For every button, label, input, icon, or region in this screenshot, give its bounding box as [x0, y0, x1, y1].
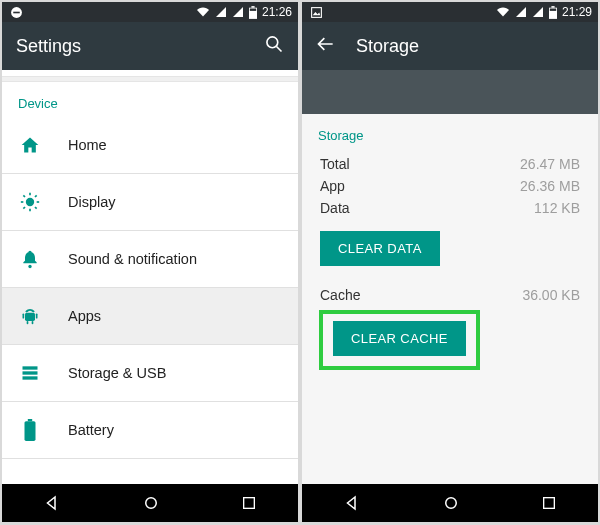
clear-data-button[interactable]: CLEAR DATA: [320, 231, 440, 266]
phone-left: 21:26 Settings Device Home Display Sound…: [2, 2, 298, 522]
svg-rect-31: [312, 7, 322, 17]
nav-bar: [302, 484, 598, 522]
settings-item-display[interactable]: Display: [2, 174, 298, 230]
svg-point-29: [146, 498, 157, 509]
status-time: 21:26: [262, 5, 292, 19]
page-title: Storage: [356, 36, 419, 57]
svg-rect-25: [23, 371, 38, 374]
battery-icon: [249, 6, 257, 19]
svg-rect-28: [28, 419, 32, 421]
svg-rect-22: [27, 321, 29, 324]
storage-content: Storage Total 26.47 MB App 26.36 MB Data…: [302, 114, 598, 484]
svg-line-13: [35, 207, 37, 209]
svg-rect-21: [36, 314, 38, 319]
settings-item-sound[interactable]: Sound & notification: [2, 231, 298, 287]
wifi-icon: [496, 6, 510, 18]
cache-block: Cache 36.00 KB CLEAR CACHE: [302, 276, 598, 380]
page-title: Settings: [16, 36, 81, 57]
value-data: 112 KB: [534, 200, 580, 216]
arrow-back-icon: [316, 34, 336, 54]
settings-list: Device Home Display Sound & notification…: [2, 70, 298, 484]
svg-point-7: [26, 198, 34, 206]
svg-rect-30: [244, 498, 255, 509]
section-header-device: Device: [2, 82, 298, 117]
image-notif-icon: [310, 6, 323, 19]
wifi-icon: [196, 6, 210, 18]
settings-item-label: Apps: [68, 308, 101, 324]
label-cache: Cache: [320, 287, 360, 303]
back-button[interactable]: [316, 34, 336, 58]
row-app: App 26.36 MB: [320, 175, 580, 197]
nav-home[interactable]: [142, 494, 160, 512]
battery-icon: [23, 419, 37, 441]
settings-item-battery[interactable]: Battery: [2, 402, 298, 458]
value-cache: 36.00 KB: [522, 287, 580, 303]
signal-icon: [215, 6, 227, 18]
svg-rect-27: [25, 421, 36, 441]
nav-back[interactable]: [343, 494, 361, 512]
settings-item-label: Display: [68, 194, 116, 210]
settings-item-label: Battery: [68, 422, 114, 438]
settings-item-home[interactable]: Home: [2, 117, 298, 173]
search-button[interactable]: [264, 34, 284, 58]
sub-app-bar: [302, 70, 598, 114]
settings-item-label: Sound & notification: [68, 251, 197, 267]
svg-rect-26: [23, 376, 38, 379]
signal-icon-2: [532, 6, 544, 18]
nav-recent[interactable]: [541, 495, 557, 511]
signal-icon-2: [232, 6, 244, 18]
svg-rect-1: [13, 11, 20, 13]
svg-line-15: [35, 195, 37, 197]
row-cache: Cache 36.00 KB: [320, 284, 580, 306]
android-icon: [20, 306, 40, 326]
status-bar: 21:29: [302, 2, 598, 22]
highlight-clear-cache: CLEAR CACHE: [319, 310, 480, 370]
svg-rect-34: [550, 8, 556, 10]
svg-rect-33: [551, 6, 554, 8]
label-app: App: [320, 178, 345, 194]
label-data: Data: [320, 200, 350, 216]
bell-icon: [20, 249, 40, 269]
svg-point-35: [446, 498, 457, 509]
row-data: Data 112 KB: [320, 197, 580, 219]
svg-line-14: [23, 207, 25, 209]
nav-back[interactable]: [43, 494, 61, 512]
svg-rect-24: [23, 366, 38, 369]
svg-line-6: [277, 47, 282, 52]
status-time: 21:29: [562, 5, 592, 19]
signal-icon: [515, 6, 527, 18]
svg-point-5: [267, 37, 278, 48]
storage-usage-block: Total 26.47 MB App 26.36 MB Data 112 KB …: [302, 149, 598, 276]
svg-rect-36: [544, 498, 555, 509]
svg-point-16: [28, 265, 31, 268]
value-total: 26.47 MB: [520, 156, 580, 172]
section-header-storage: Storage: [302, 114, 598, 149]
svg-rect-17: [25, 313, 35, 321]
app-bar: Settings: [2, 22, 298, 70]
settings-item-label: Storage & USB: [68, 365, 166, 381]
svg-rect-23: [32, 321, 34, 324]
storage-icon: [20, 363, 40, 383]
nav-bar: [2, 484, 298, 522]
home-icon: [20, 135, 40, 155]
svg-rect-20: [23, 314, 25, 319]
svg-rect-4: [250, 8, 256, 10]
status-bar: 21:26: [2, 2, 298, 22]
battery-icon: [549, 6, 557, 19]
row-total: Total 26.47 MB: [320, 153, 580, 175]
search-icon: [264, 34, 284, 54]
app-bar: Storage: [302, 22, 598, 70]
dnd-icon: [10, 6, 23, 19]
value-app: 26.36 MB: [520, 178, 580, 194]
phone-right: 21:29 Storage Storage Total 26.47 MB App…: [302, 2, 598, 522]
nav-home[interactable]: [442, 494, 460, 512]
clear-cache-button[interactable]: CLEAR CACHE: [333, 321, 466, 356]
svg-rect-3: [251, 6, 254, 8]
settings-item-apps[interactable]: Apps: [2, 288, 298, 344]
label-total: Total: [320, 156, 350, 172]
svg-line-12: [23, 195, 25, 197]
nav-recent[interactable]: [241, 495, 257, 511]
settings-item-storage[interactable]: Storage & USB: [2, 345, 298, 401]
settings-item-label: Home: [68, 137, 107, 153]
display-icon: [20, 192, 40, 212]
